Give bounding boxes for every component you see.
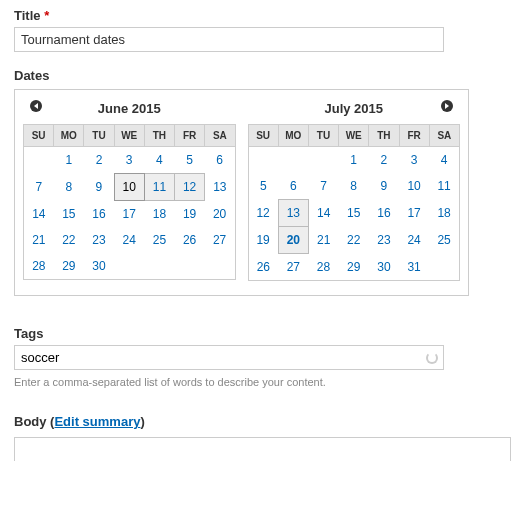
calendar-day[interactable]: 23	[369, 227, 399, 254]
title-label: Title *	[14, 8, 511, 23]
calendar-day[interactable]: 16	[369, 200, 399, 227]
tags-help-text: Enter a comma-separated list of words to…	[14, 376, 511, 388]
calendar-empty-cell	[248, 147, 278, 174]
calendar-day[interactable]: 17	[399, 200, 429, 227]
calendar-day[interactable]: 9	[369, 173, 399, 200]
next-month-icon[interactable]	[440, 99, 454, 113]
calendar-day[interactable]: 27	[278, 254, 308, 281]
calendar-day[interactable]: 14	[308, 200, 338, 227]
calendar-day[interactable]: 28	[24, 253, 54, 280]
calendar-table: SUMOTUWETHFRSA12345678910111213141516171…	[248, 124, 461, 281]
calendar-day[interactable]: 15	[339, 200, 369, 227]
calendar-day[interactable]: 17	[114, 201, 144, 228]
calendar-day[interactable]: 25	[144, 227, 174, 253]
calendar-day[interactable]: 3	[399, 147, 429, 174]
calendar-day[interactable]: 6	[205, 147, 235, 174]
calendar-day[interactable]: 18	[144, 201, 174, 228]
calendar-day[interactable]: 20	[278, 227, 308, 254]
calendar-day[interactable]: 14	[24, 201, 54, 228]
calendar-weekday-header: SA	[429, 125, 459, 147]
calendar-day[interactable]: 15	[54, 201, 84, 228]
calendar-empty-cell	[429, 254, 459, 281]
calendar-day[interactable]: 29	[54, 253, 84, 280]
calendar-day[interactable]: 22	[339, 227, 369, 254]
edit-summary-link[interactable]: Edit summary	[54, 414, 140, 429]
calendar-day[interactable]: 26	[248, 254, 278, 281]
calendar-weekday-header: TU	[84, 125, 114, 147]
calendar-weekday-header: FR	[399, 125, 429, 147]
calendar-day[interactable]: 19	[175, 201, 205, 228]
tags-input[interactable]	[14, 345, 444, 370]
calendar-day[interactable]: 2	[84, 147, 114, 174]
body-textarea[interactable]	[14, 437, 511, 461]
calendar-day[interactable]: 4	[144, 147, 174, 174]
calendar-day[interactable]: 13	[278, 200, 308, 227]
calendar-day[interactable]: 1	[54, 147, 84, 174]
calendar-weekday-header: SU	[248, 125, 278, 147]
calendar-day[interactable]: 21	[308, 227, 338, 254]
calendar-day[interactable]: 1	[339, 147, 369, 174]
title-input[interactable]	[14, 27, 444, 52]
calendar-day[interactable]: 11	[144, 174, 174, 201]
calendar-day[interactable]: 24	[399, 227, 429, 254]
calendar-day[interactable]: 12	[175, 174, 205, 201]
calendar-weekday-header: FR	[175, 125, 205, 147]
calendar-day[interactable]: 21	[24, 227, 54, 253]
calendar-day[interactable]: 24	[114, 227, 144, 253]
calendar-month: June 2015SUMOTUWETHFRSA12345678910111213…	[23, 98, 236, 281]
calendar-empty-cell	[144, 253, 174, 280]
calendar-day[interactable]: 12	[248, 200, 278, 227]
calendar-day[interactable]: 10	[399, 173, 429, 200]
calendar-day[interactable]: 26	[175, 227, 205, 253]
calendar-header: June 2015	[23, 98, 236, 118]
calendar-day[interactable]: 25	[429, 227, 459, 254]
tags-label: Tags	[14, 326, 511, 341]
calendar-weekday-header: TH	[144, 125, 174, 147]
calendar-month: July 2015SUMOTUWETHFRSA12345678910111213…	[248, 98, 461, 281]
calendar-month-label: July 2015	[324, 101, 383, 116]
calendar-day[interactable]: 16	[84, 201, 114, 228]
calendar-weekday-header: WE	[339, 125, 369, 147]
calendar-day[interactable]: 2	[369, 147, 399, 174]
calendar-day[interactable]: 4	[429, 147, 459, 174]
calendar-day[interactable]: 22	[54, 227, 84, 253]
calendar-day[interactable]: 9	[84, 174, 114, 201]
calendar-day[interactable]: 3	[114, 147, 144, 174]
calendar-empty-cell	[308, 147, 338, 174]
calendar-day[interactable]: 6	[278, 173, 308, 200]
calendar-day[interactable]: 30	[84, 253, 114, 280]
calendar-day[interactable]: 28	[308, 254, 338, 281]
calendar-header: July 2015	[248, 98, 461, 118]
calendar-weekday-header: WE	[114, 125, 144, 147]
calendar-weekday-header: SU	[24, 125, 54, 147]
calendar-day[interactable]: 19	[248, 227, 278, 254]
calendar-day[interactable]: 27	[205, 227, 235, 253]
loading-spinner-icon	[426, 352, 438, 364]
calendar-day[interactable]: 31	[399, 254, 429, 281]
calendar-day[interactable]: 30	[369, 254, 399, 281]
calendar-day[interactable]: 29	[339, 254, 369, 281]
calendar-day[interactable]: 11	[429, 173, 459, 200]
calendar-day[interactable]: 7	[24, 174, 54, 201]
calendar-day[interactable]: 8	[339, 173, 369, 200]
calendar-day[interactable]: 13	[205, 174, 235, 201]
calendar-empty-cell	[175, 253, 205, 280]
calendar-day[interactable]: 5	[248, 173, 278, 200]
dates-label: Dates	[14, 68, 511, 83]
calendar-day[interactable]: 7	[308, 173, 338, 200]
calendar-day[interactable]: 20	[205, 201, 235, 228]
calendar-day[interactable]: 18	[429, 200, 459, 227]
calendar-day[interactable]: 23	[84, 227, 114, 253]
calendar-weekday-header: TU	[308, 125, 338, 147]
calendar-day[interactable]: 10	[114, 174, 144, 201]
calendar-weekday-header: TH	[369, 125, 399, 147]
calendar-weekday-header: SA	[205, 125, 235, 147]
calendar-weekday-header: MO	[278, 125, 308, 147]
prev-month-icon[interactable]	[29, 99, 43, 113]
calendar-empty-cell	[205, 253, 235, 280]
calendar-day[interactable]: 8	[54, 174, 84, 201]
calendar-empty-cell	[114, 253, 144, 280]
calendar-table: SUMOTUWETHFRSA12345678910111213141516171…	[23, 124, 236, 280]
calendar-empty-cell	[24, 147, 54, 174]
calendar-day[interactable]: 5	[175, 147, 205, 174]
